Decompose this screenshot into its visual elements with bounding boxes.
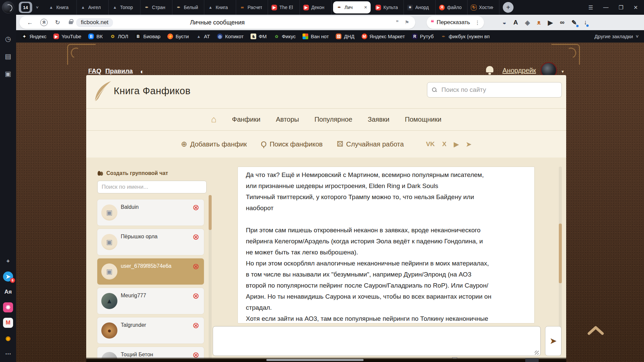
extension-icon[interactable]: ᴥ	[537, 19, 541, 26]
resize-grip[interactable]	[535, 351, 539, 355]
send-button[interactable]: ➤	[545, 326, 561, 356]
subnav-item[interactable]: ⚄ Случайная работа	[337, 140, 404, 148]
browser-tab[interactable]: ▲ Ангел	[77, 0, 109, 15]
bookmark[interactable]: ▶ YouTube	[53, 34, 81, 39]
home-icon[interactable]: ⌂	[211, 114, 216, 125]
refresh-icon[interactable]: ↻	[55, 19, 60, 26]
message-input[interactable]	[213, 326, 541, 356]
window-control-icon[interactable]: —	[603, 4, 608, 10]
remove-chat-icon[interactable]: ⊗	[193, 203, 199, 212]
browser-tab[interactable]: ✶ Анорд	[404, 0, 436, 15]
message-scrollbar-thumb[interactable]	[559, 224, 562, 283]
retell-button[interactable]: ❝ Пересказать ⋮	[427, 16, 484, 29]
chat-search-input[interactable]	[97, 181, 207, 193]
window-control-icon[interactable]: ❐	[619, 4, 623, 11]
extension-icon[interactable]: ✎	[572, 19, 577, 26]
remove-chat-icon[interactable]: ⊗	[193, 321, 199, 329]
site-search-input[interactable]	[441, 86, 557, 94]
sidebar-app-icon[interactable]: +	[3, 256, 13, 266]
sidebar-tool-icon[interactable]: ▤	[5, 52, 11, 60]
sidebar-tool-icon[interactable]: ◷	[5, 35, 11, 43]
sidebar-tool-icon[interactable]: ▣	[5, 70, 11, 78]
user-menu-caret-icon[interactable]: ▾	[561, 69, 564, 74]
bookmark[interactable]: ✦ Яндекс	[21, 34, 46, 39]
social-icon[interactable]: ➤	[466, 140, 472, 148]
horizontal-scrollbar-thumb[interactable]	[266, 359, 364, 361]
bookmark[interactable]: ✪ ЛОЛ	[110, 34, 128, 39]
extension-icon[interactable]: ∞	[560, 19, 565, 26]
chat-list-item[interactable]: ▣ Balduin ⊗	[97, 199, 204, 226]
scroll-to-top-button[interactable]	[587, 325, 604, 337]
create-group-chat-link[interactable]: Создать групповой чат	[97, 170, 168, 176]
nav-item[interactable]: Фанфики	[232, 116, 260, 123]
sidebar-app-icon[interactable]: ◉	[3, 333, 13, 343]
subnav-item[interactable]: ⊕ Добавить фанфик	[181, 140, 247, 148]
chat-list-item[interactable]: ▣ Пёрышко орла ⊗	[97, 229, 204, 255]
extension-icon[interactable]: ◒	[502, 19, 506, 26]
browser-tab[interactable]: ▲ Книга	[204, 0, 236, 15]
nav-item[interactable]: Авторы	[276, 116, 299, 123]
domain-chip[interactable]: ficbook.net	[76, 18, 113, 27]
chat-scrollbar-thumb[interactable]	[209, 195, 212, 230]
browser-tab[interactable]: ▲ Топор	[109, 0, 141, 15]
bookmark[interactable]: ⚡ Бусти	[167, 34, 189, 39]
sidebar-app-icon[interactable]: ➤ 6	[3, 272, 13, 282]
notifications-bell-icon[interactable]	[485, 65, 494, 75]
new-tab-button[interactable]: +	[503, 2, 514, 13]
tab-counter[interactable]: 14 ˅	[19, 2, 42, 13]
browser-tab[interactable]: ▶ Декон	[300, 0, 332, 15]
username-link[interactable]: Анордрейк	[502, 67, 536, 74]
social-icon[interactable]: X	[442, 140, 446, 148]
sidebar-app-icon[interactable]: ⋯	[3, 349, 13, 359]
social-icon[interactable]: ▶	[454, 140, 459, 148]
browser-tab[interactable]: ✒ Стран	[141, 0, 172, 15]
kebab-menu-icon[interactable]: ⋮	[475, 19, 480, 26]
bookmark-flag-icon[interactable]: ⚑	[405, 19, 409, 25]
bookmark[interactable]: Ван нот	[303, 34, 329, 39]
bookmark[interactable]: B ВК	[88, 34, 103, 39]
browser-logo-icon[interactable]	[2, 1, 14, 13]
browser-tab[interactable]: ▶ Культа	[372, 0, 404, 15]
bookmark[interactable]: ⚄ ДНД	[336, 34, 354, 39]
extension-icon[interactable]: ↓	[584, 19, 587, 26]
browser-tab[interactable]: Я файло	[436, 0, 468, 15]
nav-item[interactable]: Популярное	[314, 116, 352, 123]
browser-tab[interactable]: ▲ Книга	[45, 0, 77, 15]
browser-tab[interactable]: ✒ Белый	[172, 0, 204, 15]
bookmark[interactable]: ✒ фикбук (нужен вп	[441, 34, 490, 39]
nav-item[interactable]: Заявки	[368, 116, 389, 123]
rules-link[interactable]: Правила	[105, 67, 133, 75]
bookmark[interactable]: В Биовар	[135, 34, 160, 39]
browser-tab[interactable]: ✒ Лич ✕	[333, 1, 371, 13]
dialog-icon[interactable]: ❞	[396, 19, 398, 25]
window-control-icon[interactable]: ✕	[634, 4, 638, 11]
extension-icon[interactable]: A	[513, 19, 518, 26]
extension-icon[interactable]: ◈	[525, 19, 530, 26]
subnav-item[interactable]: Ϙ Поиск фанфиков	[261, 140, 323, 148]
back-icon[interactable]: ←	[27, 19, 33, 26]
bookmark[interactable]: ▲ АТ	[196, 34, 210, 39]
theme-toggle-icon[interactable]: ◐	[140, 68, 144, 75]
chat-list-item[interactable]: ▣ user_6789f85b74e6a ⊗	[97, 258, 204, 285]
bookmark[interactable]: ♞ ФМ	[251, 34, 267, 39]
window-control-icon[interactable]: ☰	[588, 4, 593, 11]
remove-chat-icon[interactable]: ⊗	[193, 292, 199, 300]
other-bookmarks-button[interactable]: Другие закладки ˅	[594, 34, 639, 39]
browser-tab[interactable]: ∞ Расчет	[236, 0, 268, 15]
sidebar-app-icon[interactable]: Ая	[3, 287, 13, 297]
bookmark[interactable]: М Яндекс Маркет	[362, 34, 405, 39]
sidebar-app-icon[interactable]: ❋	[3, 302, 13, 312]
bookmark[interactable]: R Рутуб	[412, 34, 434, 39]
extension-icon[interactable]: ▶	[548, 19, 553, 26]
bookmark[interactable]: ✿ Фикус	[274, 34, 296, 39]
faq-link[interactable]: FAQ	[88, 67, 101, 75]
address-bar[interactable]: ← Я ↻ ficbook.net Личные сообщения ❞ ⚑	[19, 16, 415, 29]
social-icon[interactable]: VK	[426, 140, 435, 148]
tab-close-icon[interactable]: ✕	[364, 5, 367, 10]
remove-chat-icon[interactable]: ⊗	[193, 233, 199, 241]
nav-item[interactable]: Помощники	[405, 116, 441, 123]
browser-tab[interactable]: ▶ The El	[268, 0, 300, 15]
chevron-down-icon[interactable]: ˅	[33, 2, 42, 13]
remove-chat-icon[interactable]: ⊗	[193, 262, 199, 270]
chat-list-item[interactable]: ● Talgrunder ⊗	[97, 317, 204, 344]
